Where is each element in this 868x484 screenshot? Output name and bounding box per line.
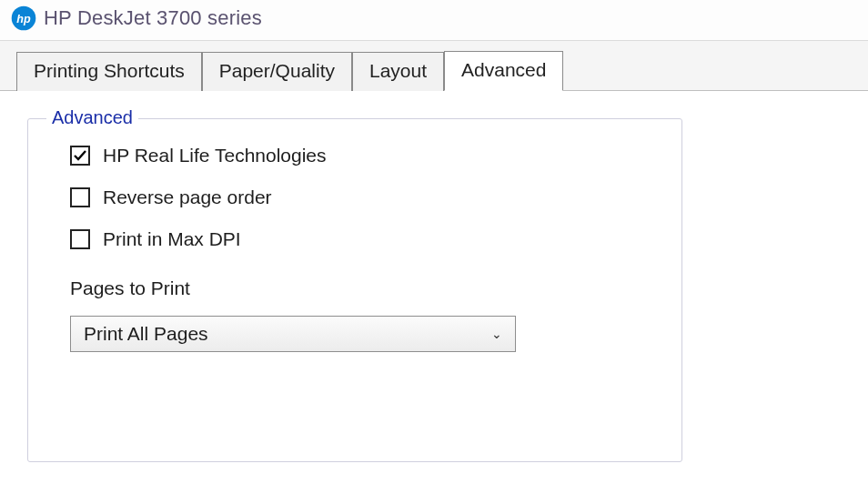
window-title: HP DeskJet 3700 series xyxy=(44,6,262,30)
pages-to-print-value: Print All Pages xyxy=(84,323,208,345)
checkbox-hp-real-life[interactable] xyxy=(70,146,90,166)
tab-paper-quality[interactable]: Paper/Quality xyxy=(202,52,352,91)
tab-printing-shortcuts[interactable]: Printing Shortcuts xyxy=(16,52,202,91)
advanced-panel: Advanced HP Real Life Technologies Rever… xyxy=(0,91,868,462)
option-print-max-dpi: Print in Max DPI xyxy=(70,228,654,250)
titlebar: hp HP DeskJet 3700 series xyxy=(0,0,868,41)
checkbox-print-max-dpi[interactable] xyxy=(70,229,90,249)
checkbox-label-print-max-dpi: Print in Max DPI xyxy=(103,228,241,250)
check-icon xyxy=(73,148,87,163)
checkbox-reverse-page-order[interactable] xyxy=(70,187,90,207)
tabstrip: Printing Shortcuts Paper/Quality Layout … xyxy=(0,41,868,91)
hp-logo-icon: hp xyxy=(11,5,36,31)
tab-layout[interactable]: Layout xyxy=(352,52,444,91)
checkbox-label-reverse-page-order: Reverse page order xyxy=(103,187,272,208)
checkbox-label-hp-real-life: HP Real Life Technologies xyxy=(103,145,327,166)
pages-to-print-dropdown[interactable]: Print All Pages ⌄ xyxy=(70,316,516,352)
svg-text:hp: hp xyxy=(16,13,31,25)
pages-to-print-label: Pages to Print xyxy=(70,277,654,299)
tab-advanced[interactable]: Advanced xyxy=(444,51,563,91)
option-reverse-page-order: Reverse page order xyxy=(70,187,654,208)
chevron-down-icon: ⌄ xyxy=(491,327,502,341)
groupbox-legend: Advanced xyxy=(46,107,138,128)
advanced-groupbox: Advanced HP Real Life Technologies Rever… xyxy=(27,118,682,462)
option-hp-real-life: HP Real Life Technologies xyxy=(70,145,654,166)
